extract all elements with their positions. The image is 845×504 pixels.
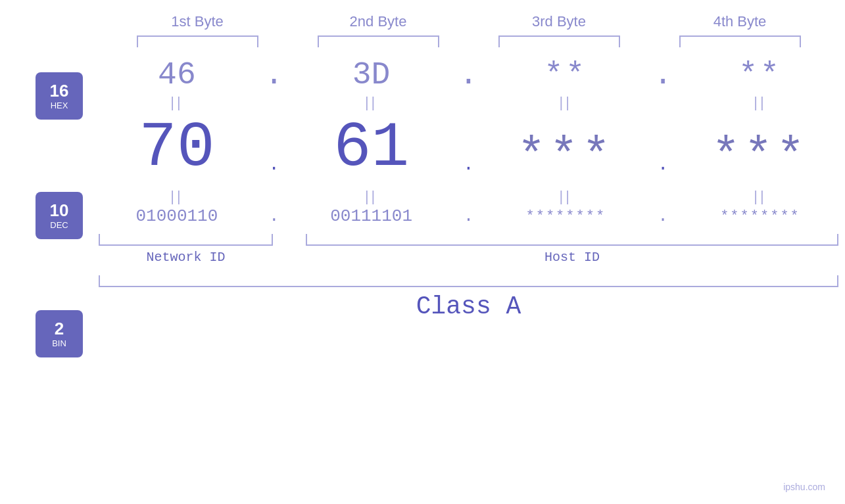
- bin-row: 01000110 . 00111101 . ******** .: [92, 206, 845, 226]
- dec-badge-label: DEC: [50, 220, 68, 230]
- class-section: Class A: [92, 275, 845, 321]
- byte-headers: 1st Byte 2nd Byte 3rd Byte 4th Byte: [107, 13, 831, 30]
- hex-dot3: .: [650, 57, 676, 93]
- values-grid: 46 . 3D . ** . **: [92, 54, 845, 321]
- dec-b4: ***: [688, 130, 833, 184]
- network-id-label: Network ID: [99, 250, 273, 265]
- bin-b4: ********: [688, 208, 833, 225]
- dec-b3: ***: [493, 130, 638, 184]
- watermark: ipshu.com: [783, 482, 825, 492]
- dec-row: 70 . 61 . *** . ***: [92, 112, 845, 187]
- dec-dot1: .: [261, 154, 287, 184]
- eq2-b4: ||: [688, 188, 833, 205]
- eq1-b1: ||: [105, 94, 249, 111]
- hex-b1: 46: [105, 57, 249, 93]
- bottom-brackets-row: [92, 234, 845, 246]
- dec-dot3: .: [650, 154, 676, 184]
- bin-dot2: .: [455, 206, 481, 226]
- badges-column: 16 HEX 10 DEC 2 BIN: [0, 54, 92, 357]
- hex-b4: **: [688, 57, 833, 93]
- hex-dot1: .: [261, 57, 287, 93]
- eq1-b4: ||: [688, 94, 833, 111]
- bracket-top-b4: [679, 35, 801, 47]
- byte3-label: 3rd Byte: [487, 13, 631, 30]
- hex-b3: **: [493, 57, 638, 93]
- host-id-label: Host ID: [306, 250, 838, 265]
- bin-b3: ********: [493, 208, 638, 225]
- eq1-b2: ||: [299, 94, 444, 111]
- hex-row: 46 . 3D . ** . **: [92, 57, 845, 93]
- equals-row-2: || || || ||: [92, 187, 845, 206]
- eq2-b3: ||: [493, 188, 638, 205]
- top-brackets: [107, 35, 831, 47]
- dec-badge-number: 10: [50, 201, 69, 220]
- hex-b2: 3D: [299, 57, 444, 93]
- bin-b1: 01000110: [105, 206, 249, 226]
- bracket-top-b3: [498, 35, 620, 47]
- bin-badge-label: BIN: [52, 338, 66, 348]
- dec-dot2: .: [455, 154, 481, 184]
- bin-badge-number: 2: [55, 319, 64, 338]
- byte1-label: 1st Byte: [125, 13, 270, 30]
- bottom-bracket-area: Network ID Host ID: [92, 234, 845, 265]
- hex-badge: 16 HEX: [36, 72, 83, 120]
- main-container: 1st Byte 2nd Byte 3rd Byte 4th Byte 16 H…: [0, 0, 845, 504]
- class-label: Class A: [416, 292, 521, 321]
- hex-dot2: .: [455, 57, 481, 93]
- main-area: 16 HEX 10 DEC 2 BIN 46 .: [0, 54, 845, 357]
- dec-badge: 10 DEC: [36, 192, 83, 239]
- hex-badge-label: HEX: [51, 101, 68, 110]
- eq2-b2: ||: [299, 188, 444, 205]
- id-labels-row: Network ID Host ID: [92, 250, 845, 265]
- bin-dot3: .: [650, 206, 676, 226]
- dec-b1: 70: [105, 112, 249, 184]
- class-bracket: [99, 275, 838, 287]
- network-bracket: [99, 234, 273, 246]
- equals-row-1: || || || ||: [92, 93, 845, 112]
- bracket-top-b1: [137, 35, 258, 47]
- bin-b2: 00111101: [299, 206, 444, 226]
- bracket-top-b2: [318, 35, 439, 47]
- hex-badge-number: 16: [50, 81, 69, 101]
- byte4-label: 4th Byte: [667, 13, 812, 30]
- class-label-row: Class A: [99, 292, 838, 321]
- host-bracket: [306, 234, 838, 246]
- bin-dot1: .: [261, 206, 287, 226]
- eq1-b3: ||: [493, 94, 638, 111]
- byte2-label: 2nd Byte: [306, 13, 450, 30]
- dec-b2: 61: [299, 112, 444, 184]
- eq2-b1: ||: [105, 188, 249, 205]
- bin-badge: 2 BIN: [36, 310, 83, 357]
